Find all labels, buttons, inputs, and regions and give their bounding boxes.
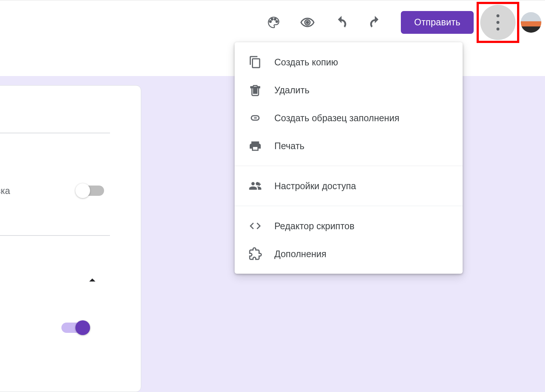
menu-item-delete[interactable]: Удалить [235, 76, 463, 104]
svg-point-3 [276, 21, 278, 22]
svg-point-0 [270, 21, 271, 22]
divider [0, 235, 110, 236]
menu-item-label: Редактор скриптов [274, 221, 355, 231]
code-icon [248, 219, 263, 233]
menu-divider [235, 206, 463, 206]
send-button[interactable]: Отправить [401, 11, 474, 34]
palette-icon[interactable] [263, 11, 285, 33]
setting-row: равка [0, 180, 110, 202]
more-options-menu: Создать копию Удалить Создать образец за… [235, 42, 463, 274]
menu-item-label: Настройки доступа [274, 181, 356, 191]
toggle-switch[interactable] [61, 323, 88, 333]
menu-item-print[interactable]: Печать [235, 132, 463, 160]
top-toolbar: Отправить [0, 0, 545, 44]
menu-item-sharing-settings[interactable]: Настройки доступа [235, 172, 463, 200]
divider [0, 133, 110, 133]
menu-item-make-copy[interactable]: Создать копию [235, 48, 463, 76]
print-icon [248, 139, 263, 153]
svg-point-1 [271, 18, 273, 20]
eye-icon[interactable] [296, 11, 318, 33]
people-icon [248, 179, 263, 193]
menu-item-addons[interactable]: Дополнения [235, 240, 463, 268]
menu-item-prefilled-link[interactable]: Создать образец заполнения [235, 104, 463, 132]
undo-icon[interactable] [330, 11, 352, 33]
menu-divider [235, 166, 463, 166]
menu-item-label: Создать копию [274, 57, 338, 68]
menu-item-script-editor[interactable]: Редактор скриптов [235, 212, 463, 240]
account-avatar[interactable] [521, 12, 541, 33]
trash-icon [248, 83, 263, 97]
redo-icon[interactable] [364, 11, 386, 33]
setting-label-fragment: равка [0, 186, 10, 196]
link-icon [248, 111, 263, 125]
svg-point-2 [274, 18, 276, 20]
svg-point-4 [306, 21, 309, 24]
menu-item-label: Печать [274, 141, 304, 151]
menu-item-label: Удалить [274, 85, 309, 96]
more-button-highlight [477, 2, 519, 43]
settings-card: равка [0, 85, 141, 392]
puzzle-icon [248, 247, 263, 261]
chevron-up-icon[interactable] [85, 273, 100, 289]
menu-item-label: Создать образец заполнения [274, 113, 399, 123]
toggle-switch[interactable] [78, 186, 104, 196]
copy-icon [248, 55, 263, 69]
menu-item-label: Дополнения [274, 249, 327, 259]
more-options-button[interactable] [480, 5, 516, 40]
